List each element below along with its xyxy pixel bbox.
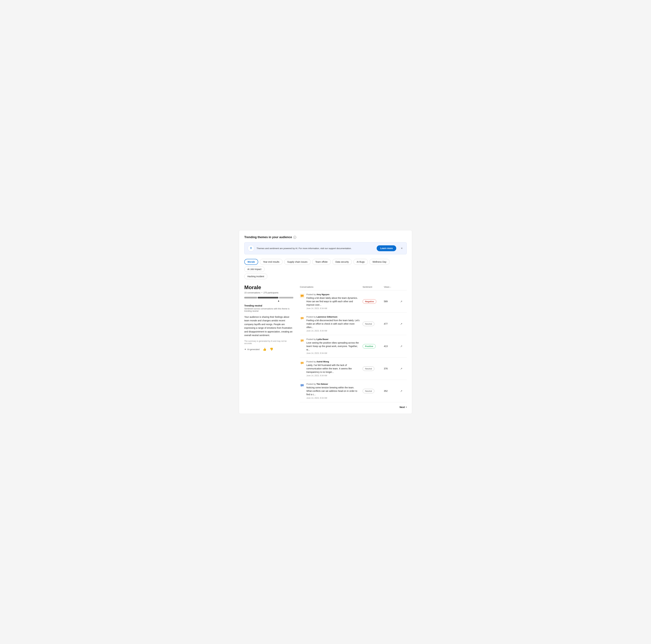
sentiment-cell: Neutral bbox=[363, 389, 384, 393]
trend-cell: ↗ bbox=[400, 322, 407, 326]
trend-cell: ↗ bbox=[400, 300, 407, 303]
thumbs-down-button[interactable]: 👎 bbox=[270, 347, 273, 351]
conv-date: June 14, 2023, 9:34 AM bbox=[306, 374, 360, 377]
trend-cell: ↗ bbox=[400, 390, 407, 393]
message-icon bbox=[300, 294, 304, 298]
table-row: Posted by Tim Deboer Noticing some tensi… bbox=[300, 380, 407, 402]
message-icon bbox=[300, 383, 304, 388]
conversation-main: Posted by Astrid Wong Lately, I've felt … bbox=[300, 360, 363, 377]
table-row: Posted by Astrid Wong Lately, I've felt … bbox=[300, 358, 407, 380]
views-cell: 589 bbox=[384, 300, 400, 303]
views-cell: 413 bbox=[384, 345, 400, 347]
conversation-body: Posted by Astrid Wong Lately, I've felt … bbox=[306, 360, 360, 377]
conv-text: Love seeing the positive vibes spreading… bbox=[306, 341, 360, 351]
trending-label: Trending neutral bbox=[244, 304, 293, 307]
next-label: Next bbox=[400, 406, 405, 408]
tab-supply-chain-issues[interactable]: Supply chain issues bbox=[284, 259, 311, 265]
tab-team-offsite[interactable]: Team offsite bbox=[312, 259, 331, 265]
sentiment-cell: Neutral bbox=[363, 322, 384, 326]
learn-more-button[interactable]: Learn more bbox=[377, 245, 396, 251]
tab-hacking-incident[interactable]: Hacking incident bbox=[244, 274, 267, 279]
conversation-body: Posted by Lawrence Gilbertson Feeling a … bbox=[306, 316, 360, 332]
thumbs-up-button[interactable]: 👍 bbox=[263, 347, 266, 351]
trend-cell: ↗ bbox=[400, 367, 407, 370]
conv-author: Posted by Astrid Wong bbox=[306, 360, 360, 363]
left-panel: Morale 15 conversations • 275 participan… bbox=[244, 284, 293, 351]
conv-date: June 14, 2023, 9:34 AM bbox=[306, 352, 360, 355]
tab-data-security[interactable]: Data security bbox=[332, 259, 352, 265]
banner-close-button[interactable]: × bbox=[400, 246, 403, 251]
page-title: Trending themes in your audience i bbox=[244, 236, 407, 239]
trend-button[interactable]: ↗ bbox=[400, 345, 402, 348]
message-icon bbox=[300, 361, 304, 365]
sentiment-badge-negative: Negative bbox=[363, 299, 376, 304]
ai-banner-icon bbox=[248, 245, 254, 251]
ai-generated-label: ✦ AI-generated bbox=[244, 348, 259, 350]
tabs-row-2: Hacking incident bbox=[244, 274, 407, 279]
sentiment-cell: Positive bbox=[363, 344, 384, 348]
next-button[interactable]: Next › bbox=[400, 405, 407, 408]
sparkle-icon: ✦ bbox=[244, 348, 246, 350]
main-container: Trending themes in your audience i Theme… bbox=[239, 230, 412, 414]
participants-count: 275 participants bbox=[264, 292, 278, 294]
ai-label-text: AI-generated bbox=[247, 348, 259, 350]
bar-arrow: ▲ bbox=[244, 300, 293, 302]
conversation-body: Posted by Tim Deboer Noticing some tensi… bbox=[306, 383, 360, 399]
sentiment-badge-neutral: Neutral bbox=[363, 322, 374, 326]
conv-author: Posted by Lydia Bauer bbox=[306, 338, 360, 340]
sentiment-cell: Negative bbox=[363, 299, 384, 304]
trend-button[interactable]: ↗ bbox=[400, 390, 402, 393]
theme-title: Morale bbox=[244, 284, 293, 290]
sentiment-badge-positive: Positive bbox=[363, 344, 376, 348]
views-cell: 352 bbox=[384, 390, 400, 392]
sentiment-badge-neutral: Neutral bbox=[363, 366, 374, 371]
conversation-body: Posted by Amy Nguyen Feeling a bit down … bbox=[306, 293, 360, 310]
conversation-main: Posted by Tim Deboer Noticing some tensi… bbox=[300, 383, 363, 399]
trend-button[interactable]: ↗ bbox=[400, 300, 402, 303]
table-row: Posted by Lydia Bauer Love seeing the po… bbox=[300, 335, 407, 358]
conversations-count: 15 conversations bbox=[244, 292, 260, 294]
page-title-text: Trending themes in your audience bbox=[244, 236, 292, 239]
tab-ai-bugs[interactable]: AI Bugs bbox=[353, 259, 368, 265]
sentiment-cell: Neutral bbox=[363, 366, 384, 371]
trending-sublabel: Sentiment across conversations with this… bbox=[244, 308, 293, 312]
conversation-main: Posted by Lydia Bauer Love seeing the po… bbox=[300, 338, 363, 355]
tab-year-end-results[interactable]: Year end results bbox=[260, 259, 282, 265]
next-chevron-icon: › bbox=[406, 405, 407, 408]
bar-neutral bbox=[258, 297, 278, 299]
sentiment-bar bbox=[244, 297, 293, 299]
trend-button[interactable]: ↗ bbox=[400, 367, 402, 370]
tab-ai-job-impact[interactable]: AI Job Impact bbox=[244, 267, 265, 272]
trend-button[interactable]: ↗ bbox=[400, 322, 402, 326]
conv-date: June 14, 2023, 9:34 AM bbox=[306, 330, 360, 332]
trend-cell: ↗ bbox=[400, 345, 407, 348]
conversation-main: Posted by Lawrence Gilbertson Feeling a … bbox=[300, 316, 363, 332]
conversation-body: Posted by Lydia Bauer Love seeing the po… bbox=[306, 338, 360, 355]
message-icon bbox=[300, 338, 304, 343]
content-area: Morale 15 conversations • 275 participan… bbox=[244, 284, 407, 408]
tabs-row-1: Morale Year end results Supply chain iss… bbox=[244, 259, 407, 272]
conv-date: June 14, 2023, 9:34 AM bbox=[306, 397, 360, 399]
tab-wellness-day[interactable]: Wellness Day bbox=[369, 259, 390, 265]
tab-morale[interactable]: Morale bbox=[244, 259, 258, 265]
table-header: Conversations Sentiment Views ↓ bbox=[300, 284, 407, 290]
conversation-main: Posted by Amy Nguyen Feeling a bit down … bbox=[300, 293, 363, 310]
conv-date: June 14, 2023, 9:34 AM bbox=[306, 307, 360, 310]
bar-positive bbox=[279, 297, 293, 299]
info-icon[interactable]: i bbox=[293, 236, 296, 239]
pagination-row: Next › bbox=[300, 402, 407, 408]
col-header-sentiment: Sentiment bbox=[363, 286, 384, 288]
conv-author: Posted by Tim Deboer bbox=[306, 383, 360, 385]
conv-text: Feeling a bit disconnected from the team… bbox=[306, 319, 360, 329]
col-header-conversations: Conversations bbox=[300, 286, 363, 288]
conv-author: Posted by Lawrence Gilbertson bbox=[306, 316, 360, 318]
sort-arrow: ↓ bbox=[390, 286, 391, 288]
theme-description: Your audience is sharing their feelings … bbox=[244, 315, 293, 337]
conv-author: Posted by Amy Nguyen bbox=[306, 293, 360, 296]
ai-banner: Themes and sentiment are powered by AI. … bbox=[244, 242, 407, 254]
bar-negative bbox=[244, 297, 257, 299]
sentiment-badge-neutral: Neutral bbox=[363, 389, 374, 393]
message-icon bbox=[300, 316, 304, 320]
conv-text: Lately, I've felt frustrated with the la… bbox=[306, 364, 360, 374]
conv-text: Feeling a bit down lately about the team… bbox=[306, 296, 360, 307]
